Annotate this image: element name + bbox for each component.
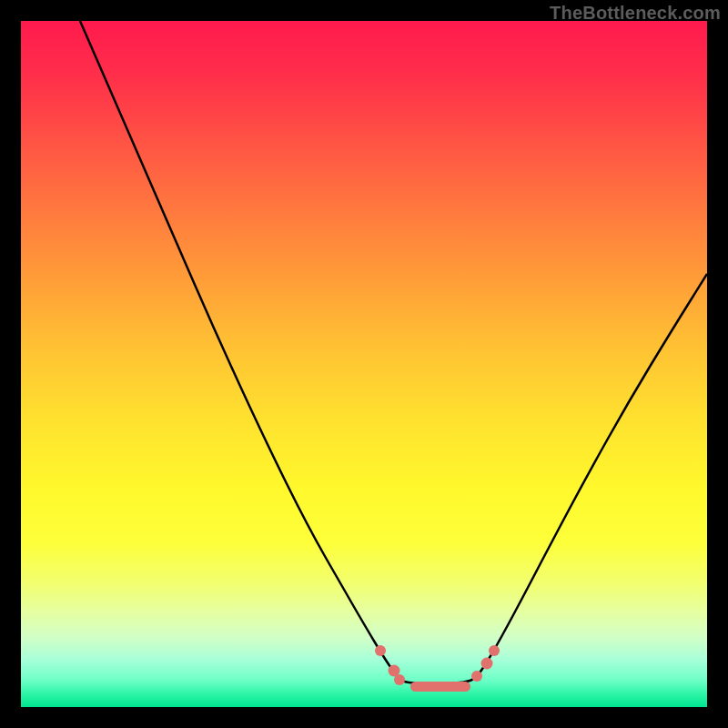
watermark-text: TheBottleneck.com	[550, 3, 721, 24]
marker-group	[375, 645, 500, 692]
curve-layer	[21, 21, 707, 707]
chart-frame: TheBottleneck.com	[0, 0, 728, 728]
curve-marker-bar	[410, 682, 470, 692]
curve-marker-dot	[394, 674, 405, 685]
curve-marker-dot	[481, 658, 493, 670]
curve-marker-dot	[375, 645, 386, 656]
curve-marker-dot	[471, 671, 482, 682]
bottleneck-curve	[80, 21, 707, 683]
curve-marker-dot	[489, 645, 500, 656]
plot-area	[21, 21, 707, 707]
